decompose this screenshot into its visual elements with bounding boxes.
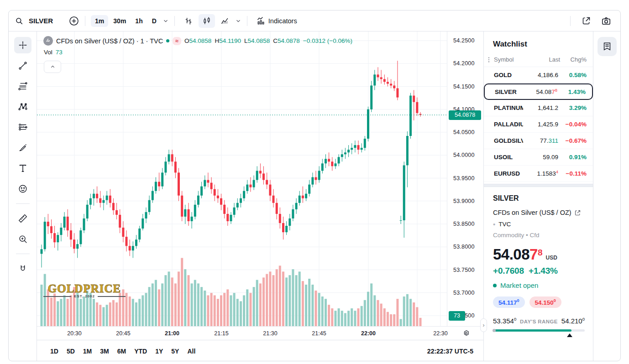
toolbar-separator bbox=[85, 16, 85, 26]
watchlist-tab-button[interactable] bbox=[598, 37, 617, 56]
watchlist-row-palladium[interactable]: PALLADIUM1,425.9−0.04% bbox=[484, 116, 593, 133]
candles-style-icon bbox=[202, 16, 211, 26]
col-symbol[interactable]: Symbol bbox=[494, 56, 520, 63]
range-low: 53.3540 bbox=[493, 317, 516, 325]
time-tick: 21:30 bbox=[263, 330, 277, 337]
toolbar-separator bbox=[247, 16, 247, 26]
search-icon[interactable] bbox=[15, 17, 23, 25]
symbol-search-button[interactable]: SILVER bbox=[25, 15, 57, 27]
camera-snapshot-icon[interactable] bbox=[598, 16, 614, 26]
date-range-buttons: 1D5D1M3M6MYTD1Y5YAll bbox=[47, 345, 199, 357]
bid-price-pill[interactable]: 54.1170 bbox=[493, 296, 525, 308]
range-high: 54.2100 bbox=[561, 317, 585, 325]
panel-collapse-handle[interactable]: › bbox=[480, 318, 487, 332]
range-1m-button[interactable]: 1M bbox=[80, 345, 95, 357]
range-5y-button[interactable]: 5Y bbox=[168, 345, 182, 357]
interval-1m-button[interactable]: 1m bbox=[91, 15, 108, 27]
external-link-icon[interactable] bbox=[574, 209, 581, 216]
details-change: +0.7608 +1.43% bbox=[493, 266, 585, 276]
projection-icon bbox=[18, 122, 28, 132]
chart-pane[interactable]: CFDs on Silver (US$ / OZ) · 1 · TVC ≈ O5… bbox=[37, 31, 483, 326]
ask-price-pill[interactable]: 54.1500 bbox=[529, 296, 561, 308]
price-tick: 53.8000 bbox=[453, 244, 475, 250]
watchlist-row-platinum[interactable]: PLATINUM1,641.23.29% bbox=[484, 100, 593, 116]
symbol-logo-icon bbox=[43, 36, 53, 46]
legend-title[interactable]: CFDs on Silver (US$ / OZ) · 1 · TVC bbox=[56, 37, 163, 45]
time-tick: 20:45 bbox=[116, 330, 130, 337]
chart-style-bars-button[interactable] bbox=[180, 14, 197, 28]
interval-chevron-down-icon[interactable] bbox=[162, 18, 169, 24]
time-tick: 22:30 bbox=[433, 330, 447, 337]
drawing-toolbar bbox=[9, 31, 37, 361]
time-axis[interactable]: 20:3020:4521:0021:1521:3021:4522:0022:30 bbox=[37, 326, 483, 340]
trend-line-tool-button[interactable] bbox=[14, 57, 31, 74]
magnet-icon bbox=[18, 264, 28, 274]
symbol-details: SILVER CFDs on Silver (US$ / OZ) •TVC Co… bbox=[484, 187, 593, 332]
xabcd-pattern-tool-button[interactable] bbox=[14, 99, 31, 115]
legend-collapse-button[interactable] bbox=[44, 61, 61, 73]
col-chg[interactable]: Chg% bbox=[560, 56, 587, 63]
style-chevron-down-icon[interactable] bbox=[235, 18, 241, 24]
trend-line-icon bbox=[18, 61, 28, 71]
fib-retracement-tool-button[interactable] bbox=[14, 78, 31, 94]
magnet-tool-button[interactable] bbox=[14, 260, 31, 277]
price-tick: 54.2000 bbox=[453, 60, 475, 67]
range-3m-button[interactable]: 3M bbox=[97, 345, 112, 357]
watchlist-row-gold[interactable]: GOLD4,186.60.58% bbox=[484, 67, 593, 83]
watchlist-row-silver[interactable]: SILVER54.08781.43% bbox=[484, 83, 593, 100]
current-symbol: SILVER bbox=[29, 17, 53, 25]
interval-D-button[interactable]: D bbox=[148, 15, 161, 27]
market-status-dot-icon[interactable] bbox=[166, 39, 169, 42]
zoom-in-tool-button[interactable] bbox=[14, 231, 31, 247]
range-ytd-button[interactable]: YTD bbox=[131, 345, 150, 357]
app-window: SILVER 1m30m1hD Indicators bbox=[8, 10, 621, 361]
text-tool-button[interactable] bbox=[14, 160, 31, 177]
crosshair-icon bbox=[18, 40, 28, 50]
ruler-tool-button[interactable] bbox=[14, 210, 31, 227]
price-tick: 53.7500 bbox=[453, 267, 475, 273]
toolbar-separator bbox=[570, 16, 571, 26]
days-range-bar bbox=[493, 329, 585, 332]
toolbar-divider bbox=[16, 203, 30, 204]
watchlist-title: Watchlist bbox=[484, 31, 593, 53]
chart-style-area-button[interactable] bbox=[217, 14, 233, 28]
compare-add-icon[interactable] bbox=[68, 16, 79, 26]
price-tick: 53.7000 bbox=[453, 290, 475, 296]
interval-30m-button[interactable]: 30m bbox=[109, 15, 130, 27]
indicators-label: Indicators bbox=[268, 17, 297, 25]
interval-1h-button[interactable]: 1h bbox=[131, 15, 147, 27]
clock[interactable]: 22:22:37 UTC-5 bbox=[427, 348, 473, 355]
range-1y-button[interactable]: 1Y bbox=[152, 345, 166, 357]
range-5d-button[interactable]: 5D bbox=[63, 345, 78, 357]
indicators-button[interactable]: Indicators bbox=[253, 14, 301, 28]
delayed-data-badge[interactable]: ≈ bbox=[173, 37, 181, 45]
details-description[interactable]: CFDs on Silver (US$ / OZ) bbox=[493, 209, 571, 216]
share-icon[interactable] bbox=[576, 16, 597, 26]
price-tick: 54.1500 bbox=[453, 83, 475, 90]
market-open-dot-icon bbox=[493, 284, 497, 287]
details-source[interactable]: TVC bbox=[498, 221, 511, 228]
crosshair-tool-button[interactable] bbox=[14, 37, 31, 53]
watchlist-row-eurusd[interactable]: EURUSD1.15834−0.11% bbox=[484, 166, 593, 182]
market-status: Market open bbox=[493, 281, 585, 289]
watchlist-row-goldsilver[interactable]: GOLDSILVER77.311−0.67% bbox=[484, 133, 593, 149]
panel-splitter[interactable] bbox=[484, 184, 593, 187]
ohlc-values: O54.0858H54.1190L54.0858C54.0878 bbox=[184, 37, 300, 44]
emoji-tool-button[interactable] bbox=[14, 181, 31, 197]
right-sidebar bbox=[593, 31, 620, 361]
watchlist-panel: › Watchlist Symbol Last Chg% GOLD4,186.6… bbox=[483, 31, 593, 361]
range-1d-button[interactable]: 1D bbox=[47, 345, 62, 357]
projection-tool-button[interactable] bbox=[14, 119, 31, 135]
watchlist-row-usoil[interactable]: USOIL59.090.91% bbox=[484, 149, 593, 166]
range-all-button[interactable]: All bbox=[184, 345, 199, 357]
chart-style-candles-button[interactable] bbox=[199, 14, 215, 28]
axis-settings-gear-icon[interactable] bbox=[462, 329, 471, 338]
watchlist-rows: GOLD4,186.60.58%SILVER54.08781.43%PLATIN… bbox=[484, 67, 593, 182]
price-axis[interactable]: 54.250054.200054.150054.100054.050054.00… bbox=[447, 31, 483, 326]
price-tick: 54.2500 bbox=[453, 37, 475, 44]
drag-dots-icon[interactable] bbox=[487, 57, 491, 64]
brush-tool-button[interactable] bbox=[14, 140, 31, 156]
col-last[interactable]: Last bbox=[520, 56, 560, 63]
chart-column: CFDs on Silver (US$ / OZ) · 1 · TVC ≈ O5… bbox=[37, 31, 483, 361]
range-6m-button[interactable]: 6M bbox=[114, 345, 129, 357]
